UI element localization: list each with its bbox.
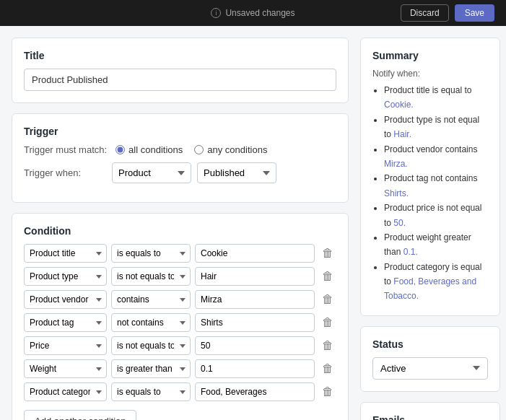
- summary-label: Summary: [372, 50, 488, 61]
- info-icon: i: [211, 8, 221, 18]
- condition-field-select[interactable]: Product titleProduct typeProduct vendorP…: [24, 382, 107, 401]
- summary-item: Product tag not contains Shirts.: [384, 171, 488, 201]
- summary-item: Product category is equal to Food, Bever…: [384, 260, 488, 304]
- any-conditions-label: any conditions: [207, 144, 267, 155]
- save-button[interactable]: Save: [455, 4, 494, 22]
- radio-any-conditions[interactable]: any conditions: [194, 144, 267, 155]
- condition-row: Product titleProduct typeProduct vendorP…: [24, 267, 336, 286]
- condition-field-select[interactable]: Product titleProduct typeProduct vendorP…: [24, 336, 107, 355]
- discard-button[interactable]: Discard: [401, 4, 449, 22]
- condition-value-input[interactable]: [195, 313, 315, 332]
- condition-value-input[interactable]: [195, 244, 315, 263]
- condition-value-input[interactable]: [195, 336, 315, 355]
- condition-op-select[interactable]: is equals tois not equals tocontainsnot …: [111, 244, 191, 263]
- condition-field-select[interactable]: Product titleProduct typeProduct vendorP…: [24, 359, 107, 378]
- condition-field-select[interactable]: Product titleProduct typeProduct vendorP…: [24, 290, 107, 309]
- title-label: Title: [24, 50, 336, 61]
- top-bar-actions: Discard Save: [401, 4, 494, 22]
- condition-op-select[interactable]: is equals tois not equals tocontainsnot …: [111, 267, 191, 286]
- condition-rows: Product titleProduct typeProduct vendorP…: [24, 244, 336, 401]
- trigger-label: Trigger: [24, 126, 336, 137]
- summary-card: Summary Notify when: Product title is eq…: [360, 38, 500, 316]
- radio-all-input[interactable]: [115, 145, 125, 154]
- condition-row: Product titleProduct typeProduct vendorP…: [24, 336, 336, 355]
- status-card: Status Active Inactive: [360, 326, 500, 392]
- condition-op-select[interactable]: is equals tois not equals tocontainsnot …: [111, 382, 191, 401]
- condition-delete-button[interactable]: 🗑: [319, 337, 336, 354]
- when-label: Trigger when:: [24, 167, 103, 178]
- must-match-label: Trigger must match:: [24, 144, 107, 155]
- condition-op-select[interactable]: is equals tois not equals tocontainsnot …: [111, 359, 191, 378]
- condition-label: Condition: [24, 225, 336, 237]
- condition-row: Product titleProduct typeProduct vendorP…: [24, 244, 336, 263]
- trigger-card: Trigger Trigger must match: all conditio…: [12, 113, 349, 203]
- trigger-when-select2[interactable]: Published Created Updated Deleted: [197, 162, 276, 183]
- status-label: Status: [372, 338, 488, 350]
- condition-op-select[interactable]: is equals tois not equals tocontainsnot …: [111, 336, 191, 355]
- summary-item: Product price is not equal to 50.: [384, 201, 488, 230]
- right-column: Summary Notify when: Product title is eq…: [360, 38, 500, 420]
- trigger-when-select1[interactable]: Product Order Customer: [112, 162, 191, 183]
- condition-value-input[interactable]: [195, 359, 315, 378]
- condition-row: Product titleProduct typeProduct vendorP…: [24, 313, 336, 332]
- condition-value-input[interactable]: [195, 290, 315, 309]
- title-input[interactable]: [24, 69, 336, 91]
- trigger-when-row: Trigger when: Product Order Customer Pub…: [24, 162, 336, 183]
- emails-label: Emails: [372, 414, 488, 420]
- emails-card: Emails Provide a list of email addresses…: [360, 402, 500, 420]
- condition-op-select[interactable]: is equals tois not equals tocontainsnot …: [111, 313, 191, 332]
- condition-delete-button[interactable]: 🗑: [319, 314, 336, 331]
- all-conditions-label: all conditions: [128, 144, 183, 155]
- summary-list: Product title is equal to Cookie.Product…: [372, 83, 488, 304]
- condition-card: Condition Product titleProduct typeProdu…: [12, 213, 349, 420]
- title-card: Title: [12, 38, 349, 103]
- condition-delete-button[interactable]: 🗑: [319, 291, 336, 308]
- top-bar: i Unsaved changes Discard Save: [0, 0, 506, 26]
- left-column: Title Trigger Trigger must match: all co…: [12, 38, 349, 420]
- summary-item: Product weight greater than 0.1.: [384, 230, 488, 260]
- condition-field-select[interactable]: Product titleProduct typeProduct vendorP…: [24, 244, 107, 263]
- condition-op-select[interactable]: is equals tois not equals tocontainsnot …: [111, 290, 191, 309]
- radio-group: all conditions any conditions: [115, 144, 267, 155]
- condition-row: Product titleProduct typeProduct vendorP…: [24, 382, 336, 401]
- unsaved-label: Unsaved changes: [225, 8, 295, 18]
- condition-field-select[interactable]: Product titleProduct typeProduct vendorP…: [24, 313, 107, 332]
- trigger-match-row: Trigger must match: all conditions any c…: [24, 144, 336, 155]
- notify-label: Notify when:: [372, 69, 488, 79]
- main-content: Title Trigger Trigger must match: all co…: [0, 26, 506, 420]
- summary-item: Product type is not equal to Hair.: [384, 113, 488, 142]
- condition-field-select[interactable]: Product titleProduct typeProduct vendorP…: [24, 267, 107, 286]
- radio-all-conditions[interactable]: all conditions: [115, 144, 183, 155]
- summary-item: Product title is equal to Cookie.: [384, 83, 488, 113]
- when-selects: Product Order Customer Published Created…: [112, 162, 276, 183]
- condition-value-input[interactable]: [195, 267, 315, 286]
- condition-delete-button[interactable]: 🗑: [319, 360, 336, 377]
- condition-delete-button[interactable]: 🗑: [319, 245, 336, 262]
- status-select[interactable]: Active Inactive: [372, 357, 488, 380]
- condition-row: Product titleProduct typeProduct vendorP…: [24, 290, 336, 309]
- radio-any-input[interactable]: [194, 145, 204, 154]
- summary-item: Product vendor contains Mirza.: [384, 142, 488, 172]
- add-condition-button[interactable]: Add another condition: [24, 410, 136, 420]
- condition-delete-button[interactable]: 🗑: [319, 383, 336, 401]
- condition-value-input[interactable]: [195, 382, 315, 401]
- condition-delete-button[interactable]: 🗑: [319, 268, 336, 285]
- condition-row: Product titleProduct typeProduct vendorP…: [24, 359, 336, 378]
